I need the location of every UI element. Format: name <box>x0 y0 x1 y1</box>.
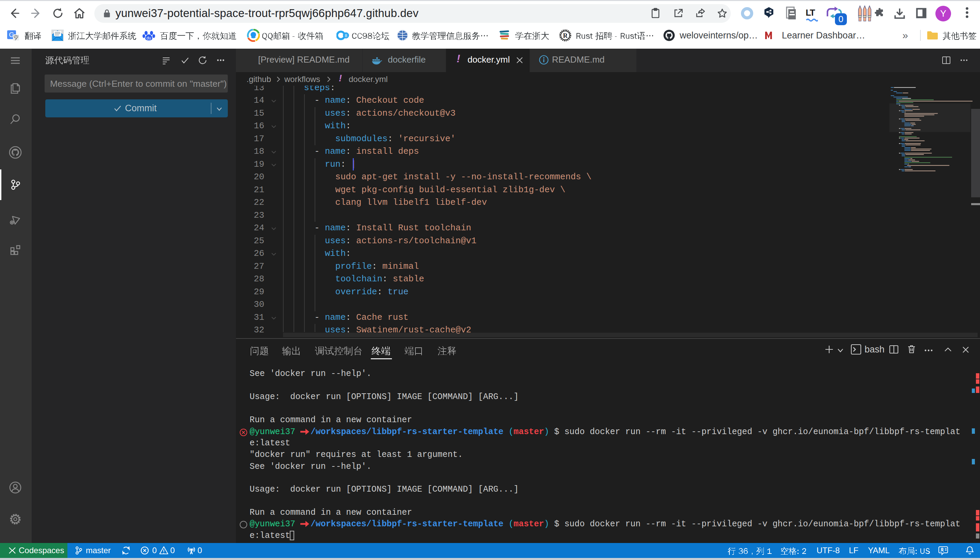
svg-text:8: 8 <box>345 33 347 38</box>
svg-text:du: du <box>146 36 151 40</box>
svg-text:R: R <box>563 32 568 39</box>
